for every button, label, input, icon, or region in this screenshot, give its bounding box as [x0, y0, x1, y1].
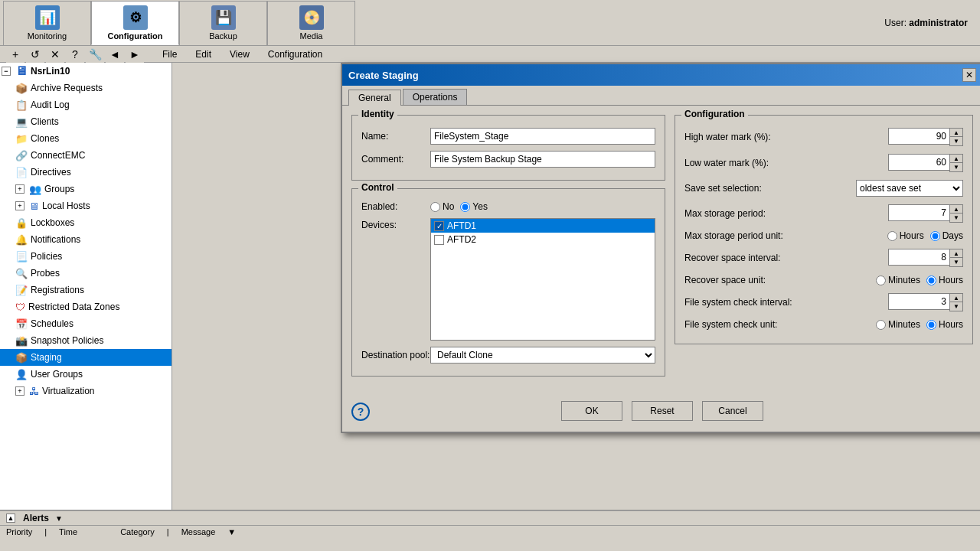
ok-button[interactable]: OK [561, 401, 622, 421]
enabled-no-option[interactable]: No [430, 201, 454, 212]
sidebar-root[interactable]: − 🖥 NsrLin10 [0, 63, 172, 80]
help-dialog-button[interactable]: ? [351, 403, 370, 421]
storage-hours-radio[interactable] [887, 231, 897, 241]
local-hosts-expander[interactable]: + [15, 201, 24, 210]
menu-configuration[interactable]: Configuration [265, 47, 325, 61]
sidebar-item-notifications[interactable]: 🔔 Notifications [0, 231, 172, 248]
sidebar-item-directives[interactable]: 📄 Directives [0, 164, 172, 181]
device-aftd2[interactable]: AFTD2 [431, 233, 655, 246]
enabled-yes-option[interactable]: Yes [460, 201, 488, 212]
reset-button[interactable]: Reset [632, 401, 693, 421]
menu-edit[interactable]: Edit [192, 47, 214, 61]
high-water-mark-spinner: ▲ ▼ [888, 128, 963, 146]
sidebar-item-restricted-data-zones[interactable]: 🛡 Restricted Data Zones [0, 298, 172, 315]
forward-button[interactable]: ► [126, 45, 144, 64]
file-check-minutes-option[interactable]: Minutes [876, 319, 920, 330]
low-water-mark-down[interactable]: ▼ [950, 163, 962, 171]
directives-icon: 📄 [15, 167, 28, 178]
root-expander[interactable]: − [2, 67, 11, 76]
max-storage-period-unit-row: Max storage period unit: Hours Days [684, 230, 963, 241]
sidebar-item-registrations[interactable]: 📝 Registrations [0, 282, 172, 298]
devices-list[interactable]: ✓ AFTD1 AFTD2 [430, 218, 655, 341]
filter-dropdown[interactable]: ▼ [227, 527, 236, 536]
sidebar-item-local-hosts[interactable]: + 🖥 Local Hosts [0, 197, 172, 214]
sidebar-item-virtualization[interactable]: + 🖧 Virtualization [0, 383, 172, 399]
groups-expander[interactable]: + [15, 184, 24, 194]
sidebar-item-policies[interactable]: 📃 Policies [0, 248, 172, 265]
aftd1-checkbox[interactable]: ✓ [434, 221, 444, 231]
file-system-check-interval-up[interactable]: ▲ [950, 294, 962, 302]
aftd2-checkbox[interactable] [434, 235, 444, 245]
low-water-mark-input[interactable] [888, 154, 949, 171]
file-system-check-interval-down[interactable]: ▼ [950, 302, 962, 311]
menu-view[interactable]: View [227, 47, 253, 61]
storage-days-option[interactable]: Days [930, 230, 963, 241]
high-water-mark-down[interactable]: ▼ [950, 137, 962, 145]
menu-file[interactable]: File [159, 47, 180, 61]
dialog-close-button[interactable]: ✕ [962, 68, 976, 82]
file-system-check-interval-spinner: ▲ ▼ [888, 293, 963, 311]
low-water-mark-up[interactable]: ▲ [950, 155, 962, 163]
recover-space-interval-label: Recover space interval: [684, 253, 888, 263]
enabled-radio-group: No Yes [430, 201, 488, 212]
save-set-selection-select[interactable]: oldest save set newest save set [856, 180, 963, 197]
tab-general[interactable]: General [348, 90, 401, 106]
recover-minutes-option[interactable]: Minutes [876, 275, 920, 285]
high-water-mark-input[interactable] [888, 128, 949, 145]
recover-hours-option[interactable]: Hours [926, 275, 963, 285]
file-system-check-interval-label: File system check interval: [684, 297, 888, 308]
virtualization-expander[interactable]: + [15, 386, 24, 396]
sidebar-item-probes[interactable]: 🔍 Probes [0, 265, 172, 282]
sidebar-item-schedules[interactable]: 📅 Schedules [0, 315, 172, 332]
max-storage-period-up[interactable]: ▲ [950, 205, 962, 214]
comment-input[interactable] [430, 151, 655, 168]
sidebar-item-connectemc[interactable]: 🔗 ConnectEMC [0, 147, 172, 164]
tab-configuration[interactable]: ⚙ Configuration [91, 1, 179, 45]
tab-backup[interactable]: 💾 Backup [179, 1, 267, 45]
enabled-yes-radio[interactable] [460, 202, 470, 212]
tab-monitoring[interactable]: 📊 Monitoring [3, 1, 91, 45]
groups-label: Groups [44, 184, 74, 194]
sidebar-item-archive-requests[interactable]: 📦 Archive Requests [0, 80, 172, 96]
tab-operations[interactable]: Operations [403, 89, 468, 105]
sidebar-item-clients[interactable]: 💻 Clients [0, 113, 172, 130]
recover-hours-radio[interactable] [926, 276, 936, 285]
delete-button[interactable]: ✕ [46, 45, 64, 64]
file-check-minutes-radio[interactable] [876, 320, 886, 330]
sidebar-item-lockboxes[interactable]: 🔒 Lockboxes [0, 214, 172, 231]
recover-space-interval-up[interactable]: ▲ [950, 249, 962, 258]
help-button[interactable]: ? [66, 45, 84, 64]
cancel-button[interactable]: Cancel [702, 401, 763, 421]
storage-days-radio[interactable] [930, 231, 940, 241]
sidebar-item-user-groups[interactable]: 👤 User Groups [0, 366, 172, 383]
recover-space-interval-down[interactable]: ▼ [950, 258, 962, 266]
sidebar-item-groups[interactable]: + 👥 Groups [0, 181, 172, 197]
sidebar-item-staging[interactable]: 📦 Staging [0, 349, 172, 366]
add-button[interactable]: + [6, 45, 24, 64]
sidebar-item-audit-log[interactable]: 📋 Audit Log [0, 96, 172, 113]
recover-space-interval-input[interactable] [888, 249, 949, 266]
name-input[interactable] [430, 128, 655, 145]
file-check-hours-radio[interactable] [926, 320, 936, 330]
storage-hours-option[interactable]: Hours [887, 230, 924, 241]
name-label: Name: [361, 131, 430, 142]
high-water-mark-up[interactable]: ▲ [950, 129, 962, 137]
file-check-hours-option[interactable]: Hours [926, 319, 963, 330]
file-system-check-interval-input[interactable] [888, 293, 949, 310]
max-storage-period-input[interactable] [888, 204, 949, 221]
sidebar-item-clones[interactable]: 📁 Clones [0, 130, 172, 147]
clones-label: Clones [31, 133, 59, 144]
tab-media[interactable]: 📀 Media [267, 1, 355, 45]
sidebar-item-snapshot-policies[interactable]: 📸 Snapshot Policies [0, 332, 172, 349]
device-aftd1[interactable]: ✓ AFTD1 [431, 219, 655, 233]
recover-minutes-radio[interactable] [876, 276, 886, 285]
max-storage-period-row: Max storage period: ▲ ▼ [684, 204, 963, 223]
max-storage-period-down[interactable]: ▼ [950, 214, 962, 222]
alerts-expander[interactable]: ▲ [6, 514, 15, 523]
settings-button[interactable]: 🔧 [86, 45, 104, 64]
refresh-button[interactable]: ↺ [26, 45, 44, 64]
back-button[interactable]: ◄ [106, 45, 124, 64]
destination-pool-select[interactable]: Default Clone Default Archive Clone [430, 347, 655, 364]
snapshot-policies-label: Snapshot Policies [31, 335, 103, 346]
enabled-no-radio[interactable] [430, 202, 440, 212]
